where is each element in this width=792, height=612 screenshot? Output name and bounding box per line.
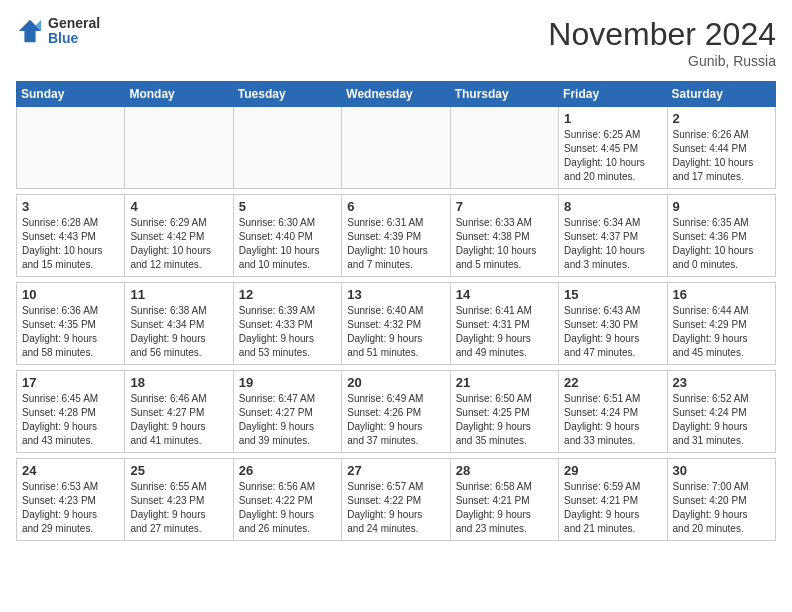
day-info: Sunrise: 6:36 AM Sunset: 4:35 PM Dayligh… [22, 304, 119, 360]
calendar-cell: 18Sunrise: 6:46 AM Sunset: 4:27 PM Dayli… [125, 371, 233, 453]
day-info: Sunrise: 6:26 AM Sunset: 4:44 PM Dayligh… [673, 128, 770, 184]
day-info: Sunrise: 6:29 AM Sunset: 4:42 PM Dayligh… [130, 216, 227, 272]
day-info: Sunrise: 6:45 AM Sunset: 4:28 PM Dayligh… [22, 392, 119, 448]
day-number: 3 [22, 199, 119, 214]
day-info: Sunrise: 6:50 AM Sunset: 4:25 PM Dayligh… [456, 392, 553, 448]
calendar-cell [125, 107, 233, 189]
calendar-cell: 23Sunrise: 6:52 AM Sunset: 4:24 PM Dayli… [667, 371, 775, 453]
calendar-cell: 30Sunrise: 7:00 AM Sunset: 4:20 PM Dayli… [667, 459, 775, 541]
day-number: 14 [456, 287, 553, 302]
calendar-cell [17, 107, 125, 189]
day-info: Sunrise: 6:49 AM Sunset: 4:26 PM Dayligh… [347, 392, 444, 448]
day-info: Sunrise: 6:56 AM Sunset: 4:22 PM Dayligh… [239, 480, 336, 536]
calendar-cell: 26Sunrise: 6:56 AM Sunset: 4:22 PM Dayli… [233, 459, 341, 541]
calendar-cell: 28Sunrise: 6:58 AM Sunset: 4:21 PM Dayli… [450, 459, 558, 541]
day-info: Sunrise: 6:44 AM Sunset: 4:29 PM Dayligh… [673, 304, 770, 360]
calendar-cell: 4Sunrise: 6:29 AM Sunset: 4:42 PM Daylig… [125, 195, 233, 277]
weekday-header-row: SundayMondayTuesdayWednesdayThursdayFrid… [17, 82, 776, 107]
calendar-week-1: 1Sunrise: 6:25 AM Sunset: 4:45 PM Daylig… [17, 107, 776, 189]
day-number: 17 [22, 375, 119, 390]
day-number: 27 [347, 463, 444, 478]
day-number: 19 [239, 375, 336, 390]
day-number: 4 [130, 199, 227, 214]
calendar-week-3: 10Sunrise: 6:36 AM Sunset: 4:35 PM Dayli… [17, 283, 776, 365]
location: Gunib, Russia [548, 53, 776, 69]
title-area: November 2024 Gunib, Russia [548, 16, 776, 69]
day-number: 13 [347, 287, 444, 302]
day-number: 28 [456, 463, 553, 478]
day-info: Sunrise: 6:52 AM Sunset: 4:24 PM Dayligh… [673, 392, 770, 448]
day-number: 12 [239, 287, 336, 302]
calendar-week-5: 24Sunrise: 6:53 AM Sunset: 4:23 PM Dayli… [17, 459, 776, 541]
logo: General Blue [16, 16, 100, 47]
day-number: 23 [673, 375, 770, 390]
day-info: Sunrise: 6:39 AM Sunset: 4:33 PM Dayligh… [239, 304, 336, 360]
calendar-cell: 12Sunrise: 6:39 AM Sunset: 4:33 PM Dayli… [233, 283, 341, 365]
calendar-cell [450, 107, 558, 189]
logo-icon [16, 17, 44, 45]
day-number: 25 [130, 463, 227, 478]
weekday-header-monday: Monday [125, 82, 233, 107]
day-number: 6 [347, 199, 444, 214]
calendar-cell: 25Sunrise: 6:55 AM Sunset: 4:23 PM Dayli… [125, 459, 233, 541]
day-number: 24 [22, 463, 119, 478]
day-number: 18 [130, 375, 227, 390]
day-info: Sunrise: 6:41 AM Sunset: 4:31 PM Dayligh… [456, 304, 553, 360]
calendar-cell: 24Sunrise: 6:53 AM Sunset: 4:23 PM Dayli… [17, 459, 125, 541]
calendar-cell: 21Sunrise: 6:50 AM Sunset: 4:25 PM Dayli… [450, 371, 558, 453]
day-number: 10 [22, 287, 119, 302]
day-number: 26 [239, 463, 336, 478]
calendar-week-2: 3Sunrise: 6:28 AM Sunset: 4:43 PM Daylig… [17, 195, 776, 277]
day-info: Sunrise: 6:34 AM Sunset: 4:37 PM Dayligh… [564, 216, 661, 272]
day-number: 29 [564, 463, 661, 478]
calendar-cell: 11Sunrise: 6:38 AM Sunset: 4:34 PM Dayli… [125, 283, 233, 365]
day-info: Sunrise: 6:47 AM Sunset: 4:27 PM Dayligh… [239, 392, 336, 448]
day-info: Sunrise: 6:35 AM Sunset: 4:36 PM Dayligh… [673, 216, 770, 272]
day-info: Sunrise: 6:59 AM Sunset: 4:21 PM Dayligh… [564, 480, 661, 536]
day-number: 11 [130, 287, 227, 302]
day-info: Sunrise: 6:40 AM Sunset: 4:32 PM Dayligh… [347, 304, 444, 360]
calendar-cell: 17Sunrise: 6:45 AM Sunset: 4:28 PM Dayli… [17, 371, 125, 453]
calendar-cell: 20Sunrise: 6:49 AM Sunset: 4:26 PM Dayli… [342, 371, 450, 453]
weekday-header-saturday: Saturday [667, 82, 775, 107]
logo-blue-text: Blue [48, 31, 100, 46]
day-info: Sunrise: 6:28 AM Sunset: 4:43 PM Dayligh… [22, 216, 119, 272]
calendar-cell: 10Sunrise: 6:36 AM Sunset: 4:35 PM Dayli… [17, 283, 125, 365]
calendar-week-4: 17Sunrise: 6:45 AM Sunset: 4:28 PM Dayli… [17, 371, 776, 453]
weekday-header-sunday: Sunday [17, 82, 125, 107]
day-info: Sunrise: 6:53 AM Sunset: 4:23 PM Dayligh… [22, 480, 119, 536]
day-info: Sunrise: 6:46 AM Sunset: 4:27 PM Dayligh… [130, 392, 227, 448]
day-info: Sunrise: 6:31 AM Sunset: 4:39 PM Dayligh… [347, 216, 444, 272]
weekday-header-wednesday: Wednesday [342, 82, 450, 107]
day-info: Sunrise: 6:30 AM Sunset: 4:40 PM Dayligh… [239, 216, 336, 272]
day-info: Sunrise: 6:58 AM Sunset: 4:21 PM Dayligh… [456, 480, 553, 536]
day-number: 20 [347, 375, 444, 390]
calendar-cell: 13Sunrise: 6:40 AM Sunset: 4:32 PM Dayli… [342, 283, 450, 365]
day-number: 21 [456, 375, 553, 390]
day-info: Sunrise: 6:57 AM Sunset: 4:22 PM Dayligh… [347, 480, 444, 536]
calendar-cell: 29Sunrise: 6:59 AM Sunset: 4:21 PM Dayli… [559, 459, 667, 541]
day-number: 30 [673, 463, 770, 478]
calendar-cell: 6Sunrise: 6:31 AM Sunset: 4:39 PM Daylig… [342, 195, 450, 277]
day-number: 9 [673, 199, 770, 214]
day-info: Sunrise: 6:25 AM Sunset: 4:45 PM Dayligh… [564, 128, 661, 184]
calendar-cell: 9Sunrise: 6:35 AM Sunset: 4:36 PM Daylig… [667, 195, 775, 277]
calendar-cell: 19Sunrise: 6:47 AM Sunset: 4:27 PM Dayli… [233, 371, 341, 453]
day-number: 15 [564, 287, 661, 302]
calendar-cell [233, 107, 341, 189]
day-info: Sunrise: 6:55 AM Sunset: 4:23 PM Dayligh… [130, 480, 227, 536]
day-number: 1 [564, 111, 661, 126]
day-info: Sunrise: 6:38 AM Sunset: 4:34 PM Dayligh… [130, 304, 227, 360]
day-number: 22 [564, 375, 661, 390]
weekday-header-thursday: Thursday [450, 82, 558, 107]
day-number: 8 [564, 199, 661, 214]
day-number: 5 [239, 199, 336, 214]
weekday-header-friday: Friday [559, 82, 667, 107]
calendar-table: SundayMondayTuesdayWednesdayThursdayFrid… [16, 81, 776, 541]
day-number: 7 [456, 199, 553, 214]
calendar-cell: 5Sunrise: 6:30 AM Sunset: 4:40 PM Daylig… [233, 195, 341, 277]
calendar-cell: 27Sunrise: 6:57 AM Sunset: 4:22 PM Dayli… [342, 459, 450, 541]
calendar-cell: 3Sunrise: 6:28 AM Sunset: 4:43 PM Daylig… [17, 195, 125, 277]
calendar-cell: 1Sunrise: 6:25 AM Sunset: 4:45 PM Daylig… [559, 107, 667, 189]
calendar-cell: 16Sunrise: 6:44 AM Sunset: 4:29 PM Dayli… [667, 283, 775, 365]
